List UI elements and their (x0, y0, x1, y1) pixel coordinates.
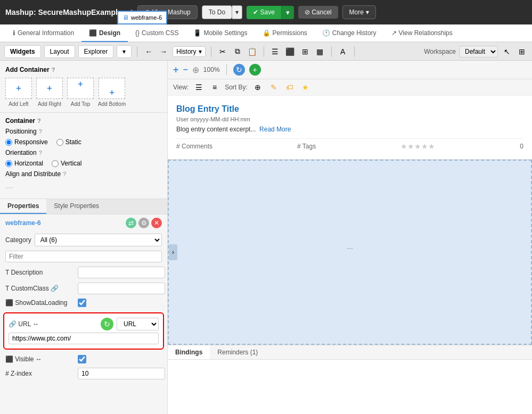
tab-design[interactable]: ⬛ Design (81, 25, 128, 42)
close-icon-btn[interactable]: ✕ (151, 218, 162, 228)
workspace-select[interactable]: Default (459, 46, 498, 57)
share-icon-btn[interactable]: ⇄ (126, 218, 136, 228)
text-size-icon[interactable]: A (337, 46, 349, 57)
refresh-preview-button[interactable]: ↻ (233, 64, 245, 76)
undo-icon[interactable]: ← (143, 46, 154, 57)
copy-icon[interactable]: ⧉ (232, 46, 243, 57)
url-label: 🔗 URL ↔ (9, 320, 39, 328)
positioning-title: Positioning ? (5, 128, 162, 135)
prop-header: webframe-6 ⇄ ⚙ ✕ (0, 214, 167, 231)
nav-tabs: ℹ General Information ⬛ Design {} Custom… (0, 24, 532, 43)
vertical-radio[interactable] (52, 160, 59, 167)
prop-visible-checkbox[interactable] (78, 355, 86, 363)
add-left-box: + (5, 78, 32, 99)
tab-custom-css[interactable]: {} Custom CSS (128, 25, 186, 42)
add-left-item[interactable]: + Add Left (5, 78, 32, 107)
category-row: Category All (6) (0, 231, 167, 249)
view-detail-icon[interactable]: ≡ (209, 81, 220, 93)
read-more-link[interactable]: Read More (259, 126, 291, 133)
gear-icon-btn[interactable]: ⚙ (138, 218, 149, 228)
explorer-dropdown[interactable]: ▾ (117, 45, 132, 58)
sort-tag-icon[interactable]: 🏷 (284, 81, 296, 93)
paste-icon[interactable]: 📋 (247, 46, 258, 57)
properties-tab-properties[interactable]: Properties (0, 199, 46, 214)
widgets-tab[interactable]: Widgets (4, 45, 41, 58)
url-section: 🔗 URL ↔ ↻ URL Binding (3, 312, 164, 350)
tab-permissions[interactable]: 🔒 Permissions (255, 25, 315, 42)
prop-zindex-input[interactable] (78, 368, 165, 379)
explorer-tab[interactable]: Explorer (78, 45, 114, 58)
prop-visible: ⬛ Visible ↔ (0, 353, 167, 366)
horizontal-radio[interactable] (5, 160, 12, 167)
add-bottom-item[interactable]: + Add Bottom (98, 78, 126, 107)
align-left-icon[interactable]: ☰ (269, 46, 281, 57)
cut-icon[interactable]: ✂ (217, 46, 228, 57)
prop-zindex-label: # Z-index (5, 370, 75, 377)
tab-general-information[interactable]: ℹ General Information (5, 25, 81, 42)
todo-group: To Do ▾ (202, 5, 242, 19)
align-center-icon[interactable]: ⬛ (284, 46, 296, 57)
canvas-area[interactable]: › ··· (168, 160, 532, 345)
layout-tab[interactable]: Layout (44, 45, 75, 58)
filter-input[interactable] (5, 251, 162, 262)
location-icon[interactable]: ⊕ (192, 65, 199, 75)
tab-mobile-settings[interactable]: 📱 Mobile Settings (186, 25, 255, 42)
add-right-item[interactable]: + Add Right (36, 78, 63, 107)
url-refresh-button[interactable]: ↻ (101, 318, 113, 330)
add-container-help-icon[interactable]: ? (52, 67, 55, 73)
redo-icon[interactable]: → (158, 46, 169, 57)
tab-change-history[interactable]: 🕐 Change History (315, 25, 384, 42)
comments-label: # Comments (176, 143, 212, 150)
orientation-help-icon[interactable]: ? (39, 150, 42, 156)
sort-star-icon[interactable]: ★ (300, 81, 312, 93)
reminders-tab[interactable]: Reminders (1) (210, 345, 265, 359)
container-help-icon[interactable]: ? (37, 118, 41, 124)
grid-icon[interactable]: ⊞ (299, 46, 311, 57)
static-radio-label[interactable]: Static (56, 138, 81, 146)
cancel-button[interactable]: ⊘ Cancel (298, 6, 338, 19)
add-preview-button[interactable]: + (249, 64, 261, 76)
add-panel-icon[interactable]: ⊞ (516, 46, 528, 57)
prop-showdataloading-checkbox[interactable] (78, 299, 86, 307)
save-split-button[interactable]: ▾ (281, 6, 294, 19)
canvas-resize-handle[interactable]: ··· (347, 244, 353, 252)
sort-edit-icon[interactable]: ✎ (268, 81, 280, 93)
todo-button[interactable]: To Do (202, 5, 232, 19)
separator-3 (264, 46, 264, 57)
save-button[interactable]: ✔ Save (247, 6, 281, 19)
tab-view-relationships[interactable]: ↗ View Relationships (384, 25, 460, 42)
vertical-radio-label[interactable]: Vertical (52, 160, 81, 167)
bottom-content: 🖥 webframe-6 (168, 360, 532, 414)
add-left-plus-icon: + (16, 84, 21, 93)
remove-element-button[interactable]: − (183, 65, 188, 74)
properties-tab-style[interactable]: Style Properties (46, 199, 107, 214)
view-list-icon[interactable]: ☰ (193, 81, 204, 93)
prop-description-input[interactable] (78, 267, 165, 278)
todo-dropdown-button[interactable]: ▾ (232, 5, 242, 19)
bottom-section: Bindings Reminders (1) 🖥 webframe-6 (168, 345, 532, 414)
responsive-radio[interactable] (5, 139, 12, 146)
horizontal-radio-label[interactable]: Horizontal (5, 160, 43, 167)
history-label: History (176, 48, 196, 55)
sort-add-icon[interactable]: ⊕ (252, 81, 264, 93)
right-panel: + − ⊕ 100% ↻ + View: ☰ ≡ Sort By: ⊕ ✎ 🏷 … (168, 61, 532, 414)
add-top-plus-icon: + (78, 79, 83, 89)
add-top-item[interactable]: + Add Top (67, 78, 94, 107)
canvas-scroll-handle[interactable]: › (169, 244, 177, 260)
static-radio[interactable] (56, 139, 63, 146)
bindings-tab[interactable]: Bindings (168, 345, 210, 359)
more-button[interactable]: More ▾ (342, 5, 376, 19)
blog-title[interactable]: Blog Entry Title (176, 104, 523, 114)
add-element-button[interactable]: + (173, 64, 179, 76)
layout-icon[interactable]: ▦ (314, 46, 326, 57)
align-placeholder: ··· (5, 181, 162, 194)
prop-customclass-input[interactable] (78, 283, 165, 294)
history-dropdown[interactable]: History ▾ (173, 46, 205, 57)
align-help-icon[interactable]: ? (63, 171, 66, 177)
category-select[interactable]: All (6) (35, 234, 162, 246)
pointer-icon[interactable]: ↖ (501, 46, 513, 57)
url-input[interactable] (9, 333, 159, 344)
responsive-radio-label[interactable]: Responsive (5, 138, 48, 146)
positioning-help-icon[interactable]: ? (39, 128, 42, 135)
url-type-select[interactable]: URL Binding (117, 318, 159, 330)
